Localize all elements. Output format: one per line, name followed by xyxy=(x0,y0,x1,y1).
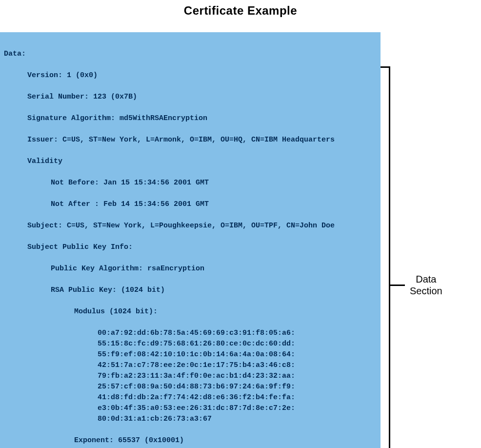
data-section-bracket: Data Section xyxy=(381,66,442,448)
field-version: Version: 1 (0x0) xyxy=(4,70,377,81)
field-pk-alg: Public Key Algorithm: rsaEncryption xyxy=(4,264,377,274)
modulus-hex-line: 25:57:cf:08:9a:50:d4:88:73:b6:97:24:6a:9… xyxy=(4,382,377,392)
modulus-hex-line: 00:a7:92:dd:6b:78:5a:45:69:69:c3:91:f8:0… xyxy=(4,328,377,339)
field-issuer: Issuer: C=US, ST=New York, L=Armonk, O=I… xyxy=(4,135,377,145)
field-rsa-key: RSA Public Key: (1024 bit) xyxy=(4,285,377,296)
data-section-panel: Data: Version: 1 (0x0) Serial Number: 12… xyxy=(0,32,381,448)
data-section-label: Data Section xyxy=(410,273,442,297)
modulus-hex-line: 55:15:8c:fc:d9:75:68:61:26:80:ce:0c:dc:6… xyxy=(4,339,377,349)
label-data: Data: xyxy=(4,49,377,60)
field-spki: Subject Public Key Info: xyxy=(4,242,377,253)
field-validity: Validity xyxy=(4,156,377,167)
field-not-before: Not Before: Jan 15 15:34:56 2001 GMT xyxy=(4,178,377,188)
modulus-hex-line: 79:fb:a2:23:11:3a:4f:f0:0e:ac:b1:d4:23:3… xyxy=(4,371,377,382)
modulus-hex-line: e3:0b:4f:35:a0:53:ee:26:31:dc:87:7d:8e:c… xyxy=(4,403,377,414)
page-title: Certificate Example xyxy=(0,4,481,18)
field-subject: Subject: C=US, ST=New York, L=Poughkeeps… xyxy=(4,221,377,231)
field-modulus: Modulus (1024 bit): xyxy=(4,306,377,317)
field-sig-alg: Signature Algorithm: md5WithRSAEncryptio… xyxy=(4,113,377,124)
modulus-hex-line: 55:f9:ef:08:42:10:10:1c:0b:14:6a:4a:0a:0… xyxy=(4,349,377,360)
field-not-after: Not After : Feb 14 15:34:56 2001 GMT xyxy=(4,199,377,210)
modulus-hex-line: 80:0d:31:a1:cb:26:73:a3:67 xyxy=(4,414,377,425)
modulus-hex-line: 41:d8:fd:db:2a:f7:74:42:d8:e6:36:f2:b4:f… xyxy=(4,392,377,403)
modulus-hex-line: 42:51:7a:c7:78:ee:2e:0c:1e:17:75:b4:a3:4… xyxy=(4,360,377,371)
field-exponent: Exponent: 65537 (0x10001) xyxy=(4,435,377,446)
field-serial: Serial Number: 123 (0x7B) xyxy=(4,92,377,102)
certificate-diagram: Data: Version: 1 (0x0) Serial Number: 12… xyxy=(0,32,481,448)
